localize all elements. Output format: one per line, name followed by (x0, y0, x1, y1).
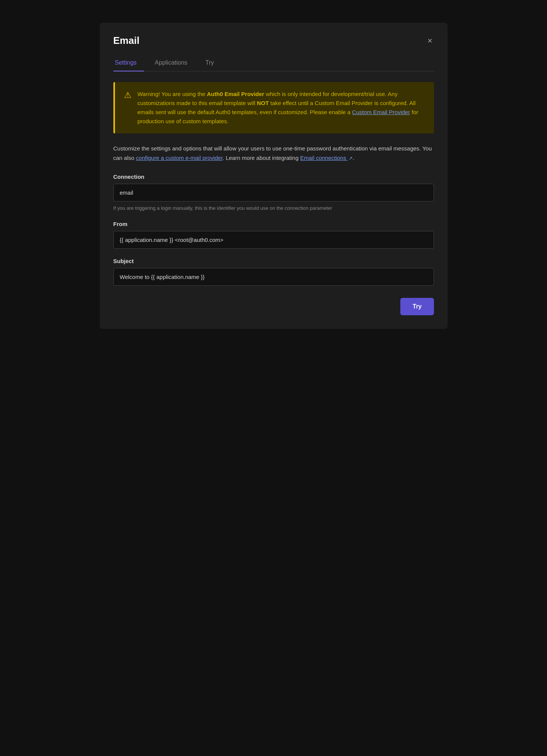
subject-input[interactable] (113, 268, 434, 286)
tab-try[interactable]: Try (204, 56, 222, 71)
warning-banner: ⚠ Warning! You are using the Auth0 Email… (113, 82, 434, 133)
warning-brand: Auth0 Email Provider (207, 91, 264, 97)
email-modal: Email × Settings Applications Try ⚠ Warn… (100, 23, 448, 329)
tab-applications[interactable]: Applications (153, 56, 195, 71)
subject-field-group: Subject (113, 258, 434, 286)
modal-header: Email × (113, 35, 434, 46)
connection-field-group: Connection If you are triggering a login… (113, 174, 434, 212)
custom-email-provider-link[interactable]: Custom Email Provider (352, 109, 410, 115)
external-link-icon: ↗ (349, 154, 353, 162)
close-button[interactable]: × (426, 35, 434, 46)
warning-text: Warning! You are using the Auth0 Email P… (138, 90, 425, 126)
from-input[interactable] (113, 231, 434, 249)
from-field-group: From (113, 221, 434, 249)
from-label: From (113, 221, 434, 227)
subject-label: Subject (113, 258, 434, 264)
connection-input[interactable] (113, 184, 434, 201)
warning-not: NOT (257, 100, 269, 106)
modal-footer: Try (113, 298, 434, 315)
warning-icon: ⚠ (124, 90, 132, 100)
tabs-container: Settings Applications Try (113, 56, 434, 71)
try-button[interactable]: Try (400, 298, 434, 315)
modal-title: Email (113, 35, 139, 46)
tab-settings[interactable]: Settings (113, 56, 144, 71)
configure-provider-link[interactable]: configure a custom e-mail provider (136, 155, 223, 161)
connection-label: Connection (113, 174, 434, 180)
email-connections-link[interactable]: Email connections ↗ (300, 155, 353, 161)
connection-hint: If you are triggering a login manually, … (113, 204, 434, 212)
description-text: Customize the settings and options that … (113, 144, 434, 163)
